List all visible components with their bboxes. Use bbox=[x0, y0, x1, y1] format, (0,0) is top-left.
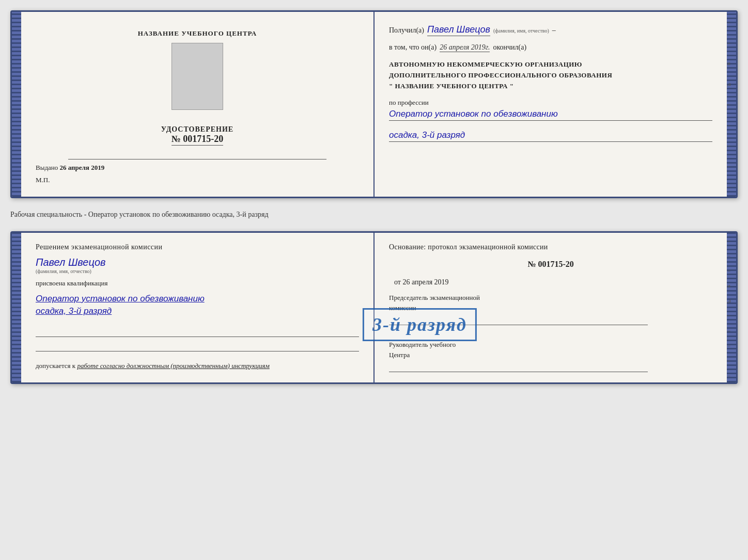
photo-placeholder bbox=[172, 43, 223, 110]
profession-block: по профессии Оператор установок по обезв… bbox=[389, 99, 712, 121]
cert-number: № 001715-20 bbox=[172, 134, 224, 146]
allowed-italic: работе согласно должностным (производств… bbox=[77, 362, 269, 370]
director-sig-line bbox=[389, 362, 648, 372]
allowed-text: допускается к работе согласно должностны… bbox=[36, 362, 359, 370]
sig-line-1 bbox=[36, 327, 359, 337]
director-sig-block bbox=[389, 362, 712, 372]
qualification-value1: Оператор установок по обезвоживанию bbox=[36, 293, 359, 305]
separator-text: Рабочая специальность - Оператор установ… bbox=[10, 207, 738, 222]
stamp-overlay: 3-й разряд bbox=[363, 308, 477, 341]
top-doc-left: НАЗВАНИЕ УЧЕБНОГО ЦЕНТРА УДОСТОВЕРЕНИЕ №… bbox=[21, 12, 375, 197]
completion-date: 26 апреля 2019г. bbox=[440, 43, 490, 52]
top-center-title: НАЗВАНИЕ УЧЕБНОГО ЦЕНТРА bbox=[138, 29, 257, 38]
top-document: НАЗВАНИЕ УЧЕБНОГО ЦЕНТРА УДОСТОВЕРЕНИЕ №… bbox=[10, 10, 738, 198]
right-side-markers: – – и ,а ← – – – – bbox=[725, 12, 733, 197]
signature-lines-left bbox=[36, 327, 359, 351]
recipient-line: Получил(а) Павел Швецов (фамилия, имя, о… bbox=[389, 24, 712, 36]
bottom-person-name: Павел Швецов bbox=[36, 257, 359, 268]
left-spine bbox=[12, 12, 21, 197]
qualification-block: Оператор установок по обезвоживанию осад… bbox=[36, 293, 359, 317]
profession-value: Оператор установок по обезвоживанию bbox=[389, 109, 712, 121]
bottom-doc-left: Решением экзаменационной комиссии Павел … bbox=[21, 233, 375, 382]
rank-value: осадка, 3-й разряд bbox=[389, 130, 712, 142]
decision-text: Решением экзаменационной комиссии bbox=[36, 243, 359, 251]
page-container: НАЗВАНИЕ УЧЕБНОГО ЦЕНТРА УДОСТОВЕРЕНИЕ №… bbox=[10, 10, 738, 384]
bottom-left-spine bbox=[12, 233, 21, 382]
name-subtitle: (фамилия, имя, отчество) bbox=[493, 28, 549, 34]
director-block: Руководитель учебного Центра bbox=[389, 340, 712, 372]
cert-number-block: УДОСТОВЕРЕНИЕ № 001715-20 bbox=[161, 125, 233, 145]
qualification-value2: осадка, 3-й разряд bbox=[36, 305, 359, 317]
recipient-name: Павел Швецов bbox=[427, 24, 490, 36]
issued-block: Выдано 26 апреля 2019 bbox=[36, 164, 104, 172]
top-doc-right: Получил(а) Павел Швецов (фамилия, имя, о… bbox=[375, 12, 727, 197]
bottom-person-subtitle: (фамилия, имя, отчество) bbox=[36, 268, 359, 274]
protocol-number: № 001715-20 bbox=[389, 260, 712, 269]
protocol-date-block: от 26 апреля 2019 bbox=[389, 277, 712, 286]
bottom-doc-right: Основание: протокол экзаменационной коми… bbox=[375, 233, 727, 382]
bottom-name-block: Павел Швецов (фамилия, имя, отчество) bbox=[36, 257, 359, 274]
bottom-document: Решением экзаменационной комиссии Павел … bbox=[10, 231, 738, 384]
cert-label: УДОСТОВЕРЕНИЕ bbox=[161, 125, 233, 134]
sig-line-2 bbox=[36, 341, 359, 351]
bottom-right-side-markers: – – – и ,а ← – – – – bbox=[725, 233, 733, 382]
org-name-block: АВТОНОМНУЮ НЕКОММЕРЧЕСКУЮ ОРГАНИЗАЦИЮ ДО… bbox=[389, 59, 712, 91]
qualification-label: присвоена квалификация bbox=[36, 279, 359, 287]
issued-date: 26 апреля 2019 bbox=[60, 164, 105, 171]
date-line: в том, что он(а) 26 апреля 2019г. окончи… bbox=[389, 43, 712, 52]
mp-label: М.П. bbox=[36, 176, 50, 184]
basis-text: Основание: протокол экзаменационной коми… bbox=[389, 243, 712, 251]
